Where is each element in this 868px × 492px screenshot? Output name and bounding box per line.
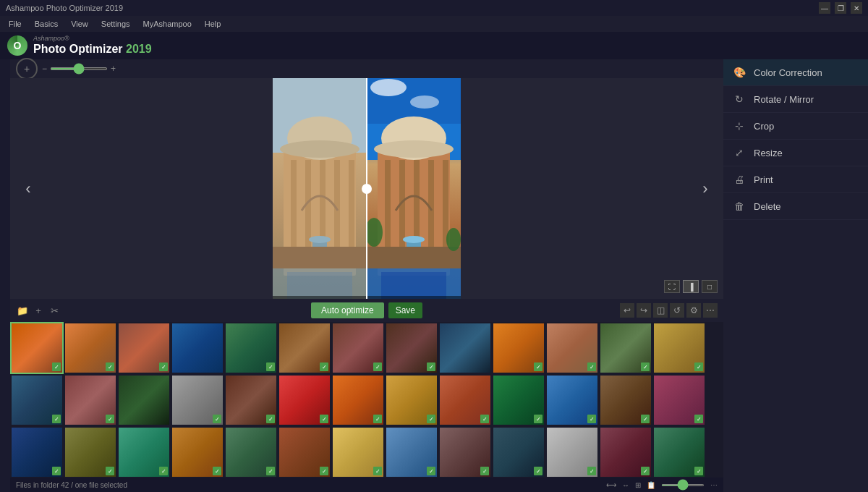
center-area: + − + ‹ [10,59,723,492]
bottom-toolbar: 📁 + ✂ Auto optimize Save ↩ ↪ ◫ ↺ ⚙ ⋯ [10,299,723,322]
restore-button[interactable]: ❐ [835,2,846,14]
thumbnail-item[interactable]: ✓ [279,376,330,425]
panel-item-print[interactable]: 🖨 Print [723,166,868,193]
thumbnail-item[interactable]: ✓ [493,428,544,477]
settings-button[interactable]: ⚙ [686,303,701,318]
app-window-title: Ashampoo Photo Optimizer 2019 [6,4,123,12]
svg-point-8 [280,140,359,158]
thumbnail-item[interactable]: ✓ [386,323,437,373]
panel-item-rotate-mirror[interactable]: ↻ Rotate / Mirror [723,86,868,113]
close-button[interactable]: ✕ [851,2,862,14]
thumbnail-item[interactable]: ✓ [654,428,705,477]
add-icon[interactable]: + [32,304,45,317]
thumbnail-item[interactable]: ✓ [386,428,437,477]
thumbnail-item[interactable]: ✓ [440,376,490,425]
thumbnail-item[interactable]: ✓ [440,428,490,477]
open-file-icon[interactable]: 📁 [16,304,29,317]
thumbnail-item[interactable]: ✓ [386,376,437,425]
title-bar-buttons: — ❐ ✕ [819,2,862,14]
panel-item-crop[interactable]: ⊹ Crop [723,113,868,140]
svg-point-17 [410,96,439,109]
zoom-nav-control[interactable]: + [16,58,38,80]
menu-file[interactable]: File [3,18,27,30]
comparison-handle[interactable] [362,184,372,194]
thumbnail-item[interactable]: ✓ [226,428,276,477]
thumbnail-item[interactable]: ✓ [547,428,597,477]
expand-button[interactable]: ⋯ [703,303,718,318]
menu-settings[interactable]: Settings [95,18,136,30]
thumbnail-item[interactable]: ✓ [333,323,383,373]
thumbnail-item[interactable]: ✓ [493,376,544,425]
status-icon-2: ↔ [622,481,629,489]
undo-button[interactable]: ↩ [620,303,634,318]
panel-item-color-correction[interactable]: 🎨 Color Correction [723,59,868,86]
thumbnail-item[interactable]: ✓ [226,323,276,373]
remove-icon[interactable]: ✂ [48,304,61,317]
thumbnail-item[interactable]: ✓ [547,323,597,373]
status-right: ⟷ ↔ ⊞ 📋 ⋯ [606,481,718,489]
thumbnail-checkmark: ✓ [641,467,650,475]
rotate-mirror-label: Rotate / Mirror [754,94,814,105]
zoom-minus-icon: − [42,64,47,74]
panel-item-resize[interactable]: ⤢ Resize [723,140,868,166]
thumbnail-item[interactable]: ✓ [279,428,330,477]
previous-image-button[interactable]: ‹ [17,178,39,200]
thumbnails-grid: ✓✓✓✓✓✓✓✓✓✓✓✓✓✓✓✓✓✓✓✓✓✓✓✓✓✓✓✓✓✓✓✓✓✓✓✓ [10,322,723,478]
zoom-slider[interactable] [50,67,108,70]
thumbnail-item[interactable]: ✓ [119,428,169,477]
thumbnail-item[interactable]: ✓ [12,428,62,477]
thumbnail-item[interactable]: ✓ [172,376,223,425]
image-comparison-container[interactable]: Original Optimized [273,78,461,299]
thumbnail-checkmark: ✓ [427,362,435,371]
thumbnail-checkmark: ✓ [534,362,542,371]
redo-button[interactable]: ↪ [637,303,651,318]
thumbnail-item[interactable]: ✓ [333,428,383,477]
thumbnail-item[interactable]: ✓ [600,323,651,373]
thumbnail-checkmark: ✓ [587,362,596,371]
thumbnail-item[interactable]: ✓ [119,323,169,373]
thumbnail-item[interactable]: ✓ [654,323,705,373]
reset-button[interactable]: ↺ [670,303,684,318]
panel-item-delete[interactable]: 🗑 Delete [723,193,868,220]
main-layout: + − + ‹ [0,59,868,492]
menu-basics[interactable]: Basics [29,18,64,30]
thumbnail-item[interactable]: ✓ [654,376,705,425]
thumbnail-item[interactable]: ✓ [493,323,544,373]
thumbnail-size-slider[interactable] [661,484,705,486]
thumbnail-checkmark: ✓ [587,467,596,475]
menu-view[interactable]: View [65,18,94,30]
svg-point-11 [309,236,331,243]
compare-button[interactable]: ◫ [653,303,668,318]
menu-help[interactable]: Help [199,18,227,30]
svg-rect-13 [287,272,352,300]
svg-point-16 [370,79,407,96]
thumbnail-item[interactable]: ✓ [600,376,651,425]
color-correction-label: Color Correction [754,67,822,78]
thumbnail-item[interactable]: ✓ [65,323,116,373]
svg-rect-2 [291,160,297,254]
thumbnail-item[interactable]: ✓ [226,376,276,425]
thumbnail-item[interactable]: ✓ [12,323,62,373]
save-button[interactable]: Save [388,302,422,318]
menu-myashampoo[interactable]: MyAshampoo [137,18,197,30]
thumbnail-checkmark: ✓ [641,362,650,371]
split-view-button[interactable]: ▐ [683,280,699,293]
fullscreen-button[interactable]: ⛶ [664,280,680,293]
thumbnail-item[interactable] [440,323,490,373]
single-view-button[interactable]: □ [702,280,718,293]
thumbnail-item[interactable]: ✓ [12,376,62,425]
thumbnail-item[interactable]: ✓ [65,376,116,425]
thumbnail-checkmark: ✓ [52,467,61,475]
thumbnail-item[interactable]: ✓ [600,428,651,477]
thumbnail-item[interactable]: ✓ [547,376,597,425]
thumbnail-item[interactable]: ✓ [333,376,383,425]
thumbnail-item[interactable]: ✓ [279,323,330,373]
thumbnail-item[interactable]: ✓ [65,428,116,477]
next-image-button[interactable]: › [694,178,716,200]
auto-optimize-button[interactable]: Auto optimize [311,302,384,318]
thumbnail-item[interactable] [119,376,169,425]
thumbnail-item[interactable] [172,323,223,373]
minimize-button[interactable]: — [819,2,830,14]
app-header: O Ashampoo® Photo Optimizer 2019 [0,32,868,59]
thumbnail-item[interactable]: ✓ [172,428,223,477]
